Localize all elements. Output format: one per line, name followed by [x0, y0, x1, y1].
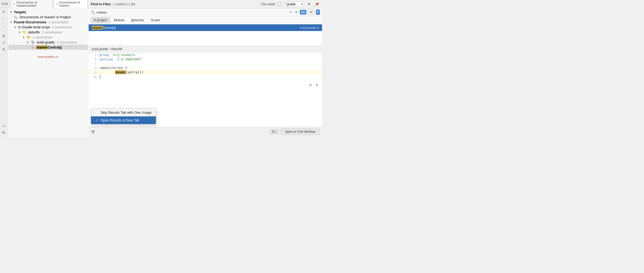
file-mask-dropdown-icon[interactable]: ▾	[301, 2, 303, 6]
code-content-9: mavenCentral()	[99, 70, 322, 74]
result-text: mavenCentral()	[92, 26, 300, 30]
directory-label: Directory	[131, 18, 144, 22]
watermark: www.javatiku.cn	[8, 50, 88, 64]
build-gradle-toggle[interactable]: ▼	[26, 41, 29, 44]
code-content-10: }	[99, 75, 322, 79]
scope-tab-scope[interactable]: Scope	[148, 17, 163, 23]
code-line-6: 6 version '1.0-SNAPSHOT'	[89, 57, 322, 61]
panel-toggle-button[interactable]: ▭	[1, 123, 7, 129]
in-project-label: In Project	[94, 18, 107, 22]
folder-occ-toggle[interactable]: ▼	[22, 36, 25, 39]
tab-occurrences-maven[interactable]: ✕ Occurrences of 'maven'	[53, 0, 88, 8]
code-line-5: 5 group 'org.example'	[89, 52, 322, 57]
main-container: Find: ✕ Occurrences of 'mavenCentral' ✕ …	[0, 0, 322, 136]
left-container: Find: ✕ Occurrences of 'mavenCentral' ✕ …	[0, 0, 89, 136]
settings-button[interactable]: ⚙	[1, 130, 7, 135]
scope-tab-module[interactable]: Module	[111, 17, 127, 23]
results-list: mavenCentral() build.gradle 9	[89, 24, 322, 46]
result-item-maven-central[interactable]: mavenCentral() build.gradle 9	[89, 24, 322, 31]
file-mask-label: File mask:	[261, 2, 276, 6]
whole-word-button[interactable]: W	[308, 10, 314, 15]
maven-code-highlight: maven	[115, 70, 126, 74]
tab2-close-icon[interactable]: ✕	[56, 2, 58, 5]
tree-folder-occurrence[interactable]: ▼ 📂 1 occurrence	[8, 35, 88, 40]
regex-button[interactable]: *	[316, 10, 320, 15]
scope-tabs: In Project Module Directory Scope	[89, 16, 322, 24]
rerun-in-preview-button[interactable]: ↺	[307, 82, 313, 88]
tab-occurrences-maven-central[interactable]: ✕ Occurrences of 'mavenCentral'	[11, 0, 53, 8]
tree-in-gradle[interactable]: ▼ In Gradle build script 1 occurrence	[8, 25, 88, 30]
expand-collapse-button[interactable]: ⇅	[1, 47, 7, 52]
targets-label: Targets	[14, 10, 26, 14]
line-num-9: 9	[89, 71, 99, 74]
file-mask-value[interactable]: *.gradle	[285, 2, 301, 6]
case-sensitive-button[interactable]: Cc	[300, 10, 306, 15]
tab1-label: Occurrences of 'mavenCentral'	[16, 1, 51, 7]
scope-tab-in-project[interactable]: In Project	[91, 17, 110, 23]
tab1-close-icon[interactable]: ✕	[13, 2, 15, 5]
maven-highlight: maven	[36, 45, 48, 49]
found-toggle[interactable]: ▼	[10, 21, 12, 24]
tree-debuffe[interactable]: ▼ 📁 debuffe 1 occurrence	[8, 30, 88, 35]
close-preview-button[interactable]: ✕	[314, 82, 320, 88]
refresh-button[interactable]: ↻	[1, 9, 7, 15]
code-line-9: 9 mavenCentral()	[89, 70, 322, 74]
scope-tab-directory[interactable]: Directory	[128, 17, 147, 23]
folder-count: 1 occurrence	[33, 35, 52, 39]
line-num-6: 6	[89, 58, 99, 61]
line-num-10: 10	[89, 75, 99, 79]
gradle-file-icon: 🐘	[31, 40, 35, 44]
file-mask-input-wrap: *.gradle ▾	[283, 2, 304, 7]
find-header: Find in Files 1 match in 1 file File mas…	[89, 0, 322, 8]
filter-button[interactable]: ▼	[306, 1, 312, 7]
group-button[interactable]: ⊞	[1, 33, 7, 39]
expand-up-button[interactable]: ↑	[1, 16, 7, 22]
folder-icon: 📁	[22, 30, 27, 34]
code-line-8: 8 repositories {	[89, 65, 322, 70]
result-file: build.gradle 9	[300, 26, 319, 30]
find-label: Find:	[1, 2, 10, 6]
result-central-text: Central()	[103, 26, 116, 30]
gradle-toggle[interactable]: ▼	[14, 26, 17, 29]
search-input[interactable]	[97, 10, 288, 14]
targets-toggle[interactable]: ▼	[10, 11, 12, 14]
line-num-7: 7	[89, 62, 99, 65]
tree-targets[interactable]: ▼ Targets	[8, 10, 88, 15]
search-bar: 🔍 ✕ ↺ Cc W *	[89, 8, 322, 16]
search-clear-button[interactable]: ✕	[289, 10, 292, 14]
search-icon: 🔍	[91, 10, 95, 14]
found-count: 1 occurrence	[49, 20, 69, 24]
line-num-8: 8	[89, 66, 99, 70]
skip-results-label: Skip Results Tab with One Usage	[101, 111, 152, 115]
menu-item-skip-results[interactable]: Skip Results Tab with One Usage	[91, 109, 156, 116]
debuffe-toggle[interactable]: ▼	[18, 31, 21, 34]
code-content-6: version '1.0-SNAPSHOT'	[99, 57, 322, 61]
left-toolbar: ↻ ↑ ↓ ⊞ ≡ ⇅ ▭ ⚙	[0, 8, 7, 136]
menu-item-open-results[interactable]: ✓ Open Results in New Tab	[91, 116, 156, 124]
tree-found-occurrences[interactable]: ▼ Found Occurrences 1 occurrence	[8, 20, 88, 25]
expand-down-button[interactable]: ↓	[1, 23, 7, 29]
result-maven-highlight: maven	[92, 26, 103, 30]
debuffe-count: 1 occurrence	[42, 30, 62, 34]
file-mask-checkbox[interactable]	[278, 2, 281, 6]
line-number: 9	[32, 45, 34, 49]
tree-build-gradle[interactable]: ▼ 🐘 build.gradle 1 occurrence	[8, 40, 88, 45]
in-gradle-count: 1 occurrence	[52, 25, 72, 29]
build-gradle-count: 1 occurrence	[57, 40, 77, 44]
tree-occurrences-project[interactable]: 🔍 Occurrences of 'maven' in Project	[8, 15, 88, 20]
code-header-text: build.gradle ~/debuffe	[92, 47, 123, 51]
scope-label: Scope	[151, 18, 160, 22]
pin-button[interactable]: 📌	[314, 1, 320, 7]
tree-line-9[interactable]: 9 mavenCentral()	[8, 45, 88, 50]
code-content-5: group 'org.example'	[99, 53, 322, 57]
build-gradle-label: build.gradle	[37, 40, 55, 44]
open-in-find-window-button[interactable]: Open in Find Window	[281, 129, 319, 135]
in-gradle-label: In Gradle build script	[18, 25, 50, 29]
sub-folder-icon: 📂	[27, 35, 31, 39]
gear-settings-button[interactable]: ⚙	[91, 129, 95, 134]
sort-button[interactable]: ≡	[1, 40, 7, 46]
tab2-label: Occurrences of 'maven'	[59, 1, 85, 7]
code-line-10: 10 }	[89, 74, 322, 79]
search-rerun-button[interactable]: ↺	[294, 10, 298, 15]
found-label: Found Occurrences	[14, 20, 47, 24]
